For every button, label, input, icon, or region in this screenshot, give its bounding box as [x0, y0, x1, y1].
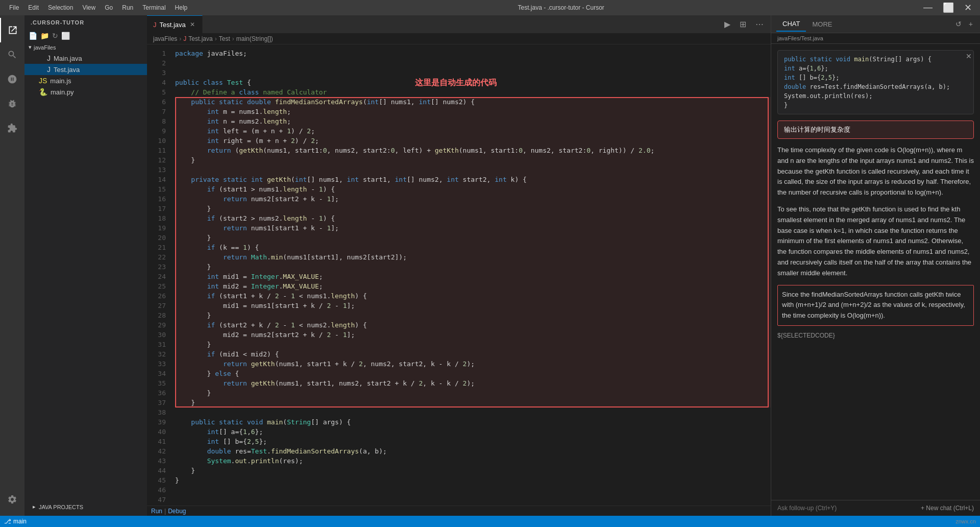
window-title: Test.java - .cursor-tutor - Cursor [202, 4, 920, 11]
sidebar-item-main-js[interactable]: JS main.js [24, 75, 147, 86]
split-editor-btn[interactable]: ⊞ [737, 18, 749, 30]
debug-link[interactable]: Debug [168, 508, 186, 515]
menu-run[interactable]: Run [118, 3, 137, 12]
js-file-icon: JS [39, 77, 47, 85]
java-file-icon-2: J [47, 65, 51, 74]
code-editor[interactable]: 1234567891011121314151617181920212223242… [147, 44, 771, 506]
tab-test-java[interactable]: J Test.java ✕ [147, 15, 203, 33]
chat-tab-more[interactable]: MORE [806, 17, 838, 31]
activity-extensions-icon[interactable] [0, 116, 24, 140]
chat-panel: CHAT MORE ↺ + javaFiles/Test.java public… [771, 15, 980, 516]
code-preview-close-btn[interactable]: ✕ [966, 52, 972, 60]
activity-bar [0, 15, 24, 516]
chevron-down-icon: ▾ [29, 44, 32, 51]
activity-explorer-icon[interactable] [0, 18, 24, 42]
sidebar-section-javaFiles[interactable]: ▾ javaFiles [24, 42, 147, 53]
sidebar-item-main-java[interactable]: J Main.java [24, 53, 147, 64]
activity-search-icon[interactable] [0, 42, 24, 67]
breadcrumb-file-icon: J [183, 35, 186, 42]
minimize-btn[interactable]: — [920, 2, 936, 13]
chat-settings-btn[interactable]: + [967, 19, 975, 29]
run-debug-bar: Run | Debug [147, 506, 771, 516]
breadcrumb: javaFiles › J Test.java › Test › main(St… [147, 33, 771, 44]
menu-file[interactable]: File [5, 3, 23, 12]
new-file-icon[interactable]: 📄 [29, 32, 37, 40]
new-folder-icon[interactable]: 📁 [40, 32, 49, 40]
run-link[interactable]: Run [151, 508, 162, 515]
more-options-btn[interactable]: ⋯ [752, 18, 767, 30]
code-preview-wrapper: public static void main(String[] args) {… [777, 50, 974, 114]
chat-breadcrumb: javaFiles/Test.java [771, 33, 980, 44]
tab-close-btn[interactable]: ✕ [189, 20, 196, 29]
chat-content[interactable]: public static void main(String[] args) {… [771, 44, 980, 500]
sidebar-item-main-py[interactable]: 🐍 main.py [24, 86, 147, 98]
run-button[interactable]: ▶ [721, 18, 733, 30]
status-znwx: znwx.cn [955, 518, 976, 524]
activity-debug-icon[interactable] [0, 91, 24, 116]
menu-edit[interactable]: Edit [24, 3, 43, 12]
chevron-right-icon: ▸ [33, 504, 36, 510]
main-layout: .CURSOR-TUTOR 📄 📁 ↻ ⬜ ▾ javaFiles J Main… [0, 15, 980, 516]
tab-bar: J Test.java ✕ [147, 15, 717, 33]
java-file-icon: J [47, 54, 51, 62]
refresh-icon[interactable]: ↻ [52, 32, 58, 40]
new-chat-button[interactable]: + New chat (Ctrl+L) [921, 505, 974, 512]
java-tab-icon: J [153, 21, 157, 29]
selected-code-placeholder: ${SELECTEDCODE} [777, 332, 974, 339]
chat-toolbar: ↺ + [953, 19, 975, 29]
menu-help[interactable]: Help [171, 3, 192, 12]
sidebar-item-test-java[interactable]: J Test.java [24, 64, 147, 75]
tab-toolbar-row: J Test.java ✕ ▶ ⊞ ⋯ [147, 15, 771, 33]
ai-response-p1: The time complexity of the given code is… [777, 145, 974, 198]
sidebar-toolbar: 📄 📁 ↻ ⬜ [24, 30, 147, 42]
chat-follow-up-input[interactable] [777, 505, 921, 512]
sidebar-bottom: ▸ JAVA PROJECTS [24, 498, 147, 516]
py-file-icon: 🐍 [39, 88, 47, 96]
file-tree: ▾ javaFiles J Main.java J Test.java JS m… [24, 42, 147, 98]
line-numbers: 1234567891011121314151617181920212223242… [147, 44, 170, 506]
code-content[interactable]: 这里是自动生成的代码package javaFiles; public clas… [170, 44, 771, 506]
sidebar: .CURSOR-TUTOR 📄 📁 ↻ ⬜ ▾ javaFiles J Main… [24, 15, 147, 516]
editor-toolbar-right: ▶ ⊞ ⋯ [717, 15, 771, 33]
menu-go[interactable]: Go [101, 3, 117, 12]
user-query: 输出计算的时间复杂度 [777, 121, 974, 139]
chat-tab-chat[interactable]: CHAT [776, 17, 806, 32]
menu-bar: File Edit Selection View Go Run Terminal… [5, 3, 191, 12]
close-btn[interactable]: ✕ [961, 2, 975, 13]
activity-settings-icon[interactable] [0, 487, 24, 512]
menu-selection[interactable]: Selection [44, 3, 77, 12]
editor-area: J Test.java ✕ ▶ ⊞ ⋯ javaFiles › J Test.j… [147, 15, 771, 516]
status-branch: main [13, 518, 27, 525]
chat-history-btn[interactable]: ↺ [953, 19, 964, 29]
status-bar: ⎇ main znwx.cn [0, 516, 980, 527]
collapse-icon[interactable]: ⬜ [61, 32, 70, 40]
chat-header: CHAT MORE ↺ + [771, 15, 980, 33]
menu-view[interactable]: View [78, 3, 100, 12]
ai-response-p3: Since the findMedianSortedArrays functio… [777, 285, 974, 326]
chat-input-area: + New chat (Ctrl+L) [771, 500, 980, 516]
code-preview: public static void main(String[] args) {… [777, 50, 974, 114]
sidebar-header: .CURSOR-TUTOR [24, 15, 147, 30]
ai-response-p2: To see this, note that the getKth functi… [777, 204, 974, 279]
menu-terminal[interactable]: Terminal [138, 3, 169, 12]
activity-git-icon[interactable] [0, 67, 24, 91]
maximize-btn[interactable]: ⬜ [940, 2, 957, 13]
status-branch-icon: ⎇ [4, 518, 11, 525]
titlebar: File Edit Selection View Go Run Terminal… [0, 0, 980, 15]
sidebar-java-projects[interactable]: ▸ JAVA PROJECTS [31, 502, 141, 512]
